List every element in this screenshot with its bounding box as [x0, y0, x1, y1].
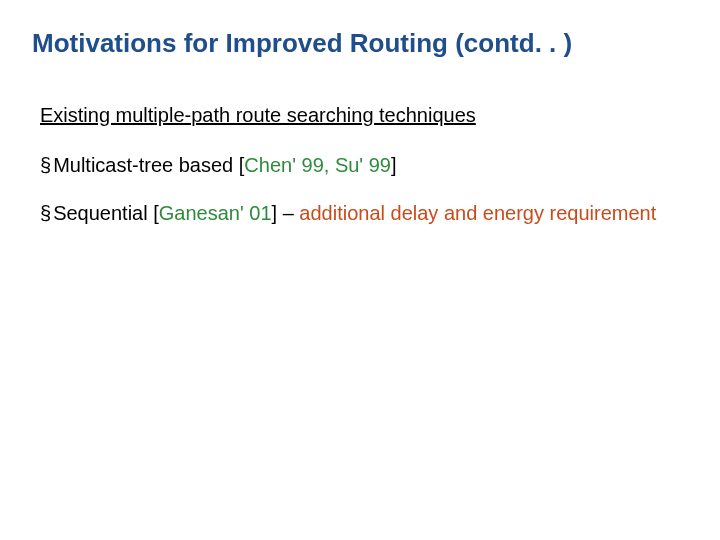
bullet-marker-icon: § — [40, 200, 51, 227]
citation: Chen' 99, Su' 99 — [244, 154, 391, 176]
slide: Motivations for Improved Routing (contd.… — [0, 0, 720, 540]
bullet-text-pre: Multicast-tree based [ — [53, 154, 244, 176]
subheading: Existing multiple-path route searching t… — [40, 104, 476, 127]
emphasis-text: additional delay and energy requirement — [299, 202, 656, 224]
bullet-text-pre: Sequential [ — [53, 202, 159, 224]
bullet-text-mid: ] – — [272, 202, 300, 224]
slide-title: Motivations for Improved Routing (contd.… — [32, 28, 688, 59]
citation: Ganesan' 01 — [159, 202, 272, 224]
bullet-marker-icon: § — [40, 152, 51, 179]
bullet-item: §Sequential [Ganesan' 01] – additional d… — [40, 200, 680, 227]
bullet-text-post: ] — [391, 154, 397, 176]
bullet-item: §Multicast-tree based [Chen' 99, Su' 99] — [40, 152, 680, 179]
